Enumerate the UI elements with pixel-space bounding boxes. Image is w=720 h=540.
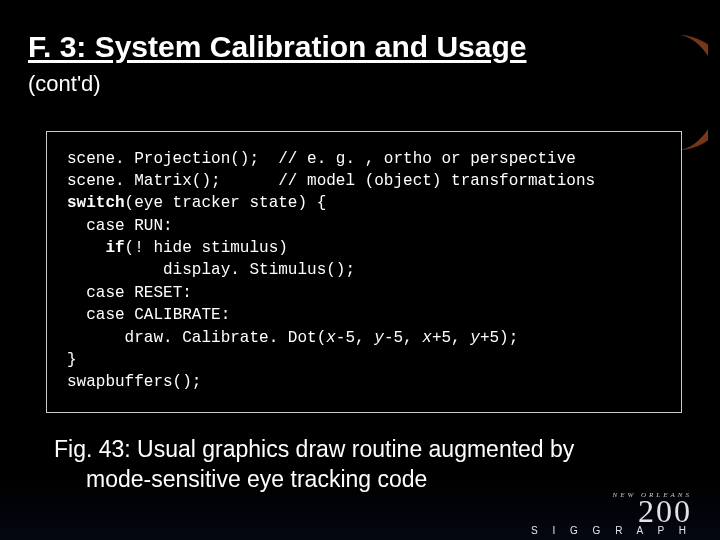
code-line: -5, (336, 329, 374, 347)
code-comment: // model (object) transformations (278, 172, 595, 190)
code-comment: // e. g. , ortho or perspective (278, 150, 576, 168)
caption-line: Fig. 43: Usual graphics draw routine aug… (54, 435, 672, 465)
code-line: case (67, 217, 134, 235)
code-line: swapbuffers(); (67, 373, 201, 391)
code-var: x (326, 329, 336, 347)
code-const: CALIBRATE: (134, 306, 230, 324)
code-var: y (470, 329, 480, 347)
code-var: x (422, 329, 432, 347)
code-line: case (67, 306, 134, 324)
code-line: scene. Projection(); (67, 150, 278, 168)
code-line: case (67, 284, 134, 302)
slide-title: F. 3: System Calibration and Usage (28, 30, 692, 65)
code-line: draw. Calibrate. Dot( (67, 329, 326, 347)
code-line: scene. Matrix(); (67, 172, 278, 190)
logo-year: 200 (531, 497, 692, 526)
code-line: +5, (432, 329, 470, 347)
code-line: (eye tracker state) { (125, 194, 327, 212)
figure-caption: Fig. 43: Usual graphics draw routine aug… (54, 435, 672, 495)
code-line: display. Stimulus(); (67, 261, 355, 279)
code-line: -5, (384, 329, 422, 347)
code-line: } (67, 351, 77, 369)
logo-name: S I G G R A P H (531, 526, 692, 536)
code-keyword: if (67, 239, 125, 257)
code-keyword: switch (67, 194, 125, 212)
siggraph-logo: NEW ORLEANS 200 S I G G R A P H (531, 491, 692, 536)
code-line: (! hide stimulus) (125, 239, 288, 257)
code-var: y (374, 329, 384, 347)
code-const: RUN: (134, 217, 172, 235)
code-const: RESET: (134, 284, 192, 302)
code-line: +5); (480, 329, 518, 347)
code-block: scene. Projection(); // e. g. , ortho or… (46, 131, 682, 413)
caption-line: mode-sensitive eye tracking code (54, 465, 672, 495)
slide-content: F. 3: System Calibration and Usage (cont… (0, 0, 720, 540)
slide-subtitle: (cont'd) (28, 71, 692, 97)
